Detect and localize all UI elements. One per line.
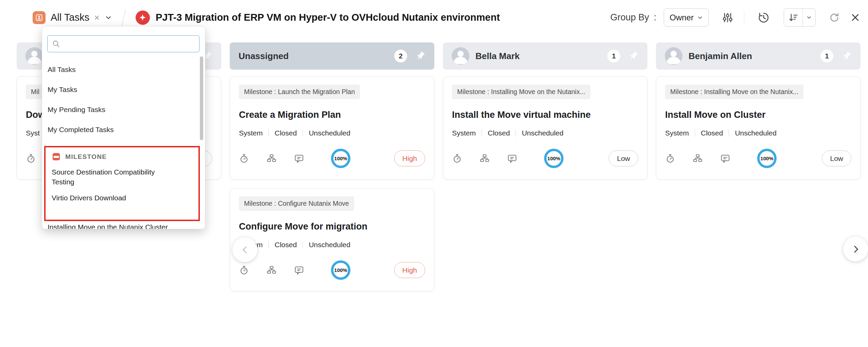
task-count-badge: 1 (607, 50, 620, 62)
priority-badge: High (394, 150, 425, 166)
group-by-colon: : (654, 12, 657, 23)
milestone-item[interactable]: Source Destination Compatibility Testing (52, 167, 174, 187)
task-title: Install Move on Cluster (665, 110, 851, 120)
dropdown-list: All Tasks My Tasks My Pending Tasks My C… (42, 59, 205, 140)
column-header: Unassigned 2 (230, 42, 434, 70)
dropdown-item-all-tasks[interactable]: All Tasks (42, 59, 205, 79)
column-name: Unassigned (239, 51, 289, 61)
avatar (665, 47, 682, 65)
timer-icon[interactable] (239, 153, 249, 164)
search-icon (52, 39, 60, 48)
task-count-badge: 2 (394, 50, 407, 62)
milestone-tag: Milestone : Launch the Migration Plan (239, 85, 360, 99)
task-meta-item: Unscheduled (309, 241, 350, 249)
task-count-badge: 1 (820, 50, 833, 62)
priority-badge: High (394, 262, 425, 278)
pin-icon[interactable] (628, 51, 639, 61)
task-meta-item: Syst (26, 129, 40, 137)
pin-icon[interactable] (841, 51, 852, 61)
board-column-benjamin-allen: Benjamin Allen 1 Milestone : Installing … (656, 42, 861, 291)
task-meta-item: Unscheduled (735, 129, 777, 137)
task-filter-dropdown: All Tasks My Tasks My Pending Tasks My C… (42, 26, 205, 229)
comments-icon[interactable] (720, 153, 730, 164)
task-meta-item: Unscheduled (522, 129, 563, 137)
priority-badge: Low (609, 150, 638, 166)
milestone-tag: Milestone : Installing Move on the Nutan… (665, 85, 803, 99)
subtasks-icon[interactable] (266, 153, 277, 164)
column-header: Benjamin Allen 1 (656, 42, 861, 70)
filter-icon[interactable] (722, 12, 734, 24)
column-name: Benjamin Allen (689, 51, 752, 61)
timer-icon[interactable] (665, 153, 675, 164)
milestone-item[interactable]: Virtio Drivers Download (52, 193, 192, 203)
sort-icon[interactable] (784, 9, 802, 26)
topbar-vertical-divider (744, 11, 744, 24)
sort-chevron-down-icon[interactable] (802, 9, 815, 26)
task-meta-item: Unscheduled (309, 129, 350, 137)
progress-ring: 100% (757, 149, 777, 168)
timer-icon[interactable] (452, 153, 462, 164)
group-by-label: Group By (610, 12, 649, 23)
dropdown-item-my-completed-tasks[interactable]: My Completed Tasks (42, 120, 205, 140)
pin-icon[interactable] (415, 51, 426, 61)
view-chevron-down-icon[interactable] (105, 14, 112, 21)
milestone-section-highlight: MILESTONE Source Destination Compatibili… (44, 146, 200, 221)
group-by-value: Owner (670, 13, 694, 22)
progress-ring: 100% (544, 149, 563, 168)
task-card[interactable]: Milestone : Installing Move on the Nutan… (443, 76, 647, 180)
task-card[interactable]: Milestone : Configure Nutanix Move Confi… (230, 188, 434, 291)
avatar (452, 47, 469, 65)
topbar-divider (121, 9, 126, 26)
milestone-item-clipped[interactable]: Installing Move on the Nutanix Cluster (48, 223, 168, 229)
subtasks-icon[interactable] (693, 153, 703, 164)
dropdown-item-my-tasks[interactable]: My Tasks (42, 79, 205, 99)
subtasks-icon[interactable] (480, 153, 490, 164)
milestone-tag: Milestone : Configure Nutanix Move (239, 196, 354, 211)
task-meta-item: Closed (701, 129, 723, 137)
comments-icon[interactable] (507, 153, 517, 164)
search-input[interactable] (64, 39, 195, 48)
board-column-bella-mark: Bella Mark 1 Milestone : Installing Move… (443, 42, 647, 291)
sort-control (784, 8, 816, 26)
group-by-owner-dropdown[interactable]: Owner (664, 8, 709, 26)
timer-icon[interactable] (26, 153, 36, 164)
task-title: Configure Move for migration (239, 221, 425, 232)
milestone-section-title: MILESTONE (65, 153, 107, 161)
task-meta-item: Closed (275, 241, 297, 249)
timer-icon[interactable] (239, 265, 249, 275)
board-column-unassigned: Unassigned 2 Milestone : Launch the Migr… (230, 42, 434, 291)
comments-icon[interactable] (294, 153, 304, 164)
avatar (25, 47, 43, 65)
scroll-right-button[interactable] (843, 237, 868, 261)
progress-ring: 100% (331, 149, 350, 168)
dropdown-scrollbar[interactable] (200, 56, 203, 140)
dropdown-search[interactable] (47, 35, 199, 52)
dropdown-item-my-pending-tasks[interactable]: My Pending Tasks (42, 99, 205, 120)
chevron-down-icon (697, 15, 703, 20)
close-icon[interactable] (850, 13, 860, 22)
priority-badge: Low (822, 150, 851, 166)
project-title: PJT-3 Migration of ERP VM on Hyper-V to … (156, 12, 500, 23)
task-meta-item: System (452, 129, 476, 137)
task-card[interactable]: Milestone : Installing Move on the Nutan… (656, 76, 861, 180)
task-title: Install the Move virtual machine (452, 110, 638, 120)
column-header: Bella Mark 1 (443, 42, 647, 70)
scroll-left-button[interactable] (232, 237, 257, 262)
task-title: Create a Migration Plan (239, 110, 425, 120)
task-card[interactable]: Milestone : Launch the Migration Plan Cr… (230, 76, 434, 180)
progress-ring: 100% (331, 260, 350, 280)
milestone-icon (52, 152, 61, 161)
history-icon[interactable] (757, 11, 770, 24)
column-name: Bella Mark (475, 51, 520, 61)
subtasks-icon[interactable] (266, 265, 277, 275)
task-meta-item: System (239, 129, 263, 137)
task-meta-item: Closed (488, 129, 510, 137)
task-meta-item: Closed (275, 129, 297, 137)
tasks-view-icon (33, 11, 46, 24)
milestone-tag: Milestone : Installing Move on the Nutan… (452, 85, 590, 99)
comments-icon[interactable] (294, 265, 304, 275)
task-meta-item: System (665, 129, 689, 137)
view-clear-icon[interactable] (93, 14, 100, 21)
refresh-icon[interactable] (829, 12, 840, 23)
view-selector-label[interactable]: All Tasks (51, 12, 89, 23)
